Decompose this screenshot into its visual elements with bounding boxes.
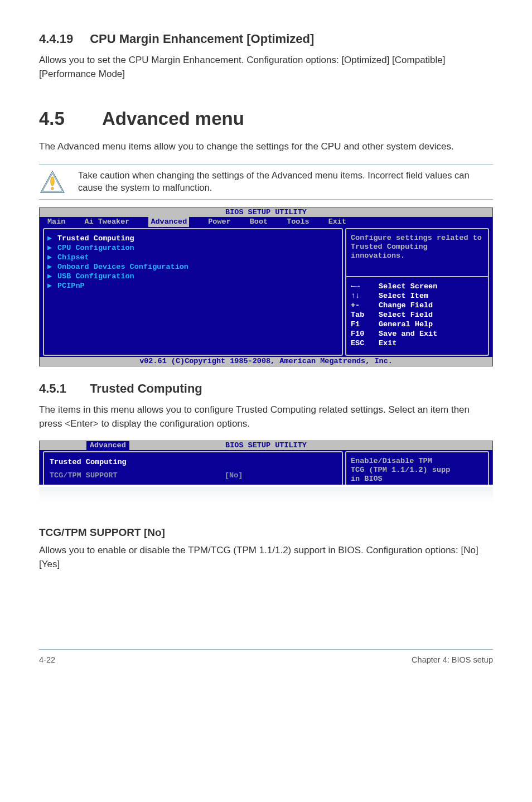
bios-help-line: Enable/Disable TPM: [351, 457, 483, 466]
bios-screenshot-trusted-computing: BIOS SETUP UTILITY Advanced Trusted Comp…: [39, 441, 493, 485]
key-desc: Select Field: [379, 310, 433, 320]
bios-tab: Exit: [328, 217, 346, 227]
bios-tab: Power: [208, 217, 231, 227]
triangle-right-icon: ▶: [47, 234, 57, 243]
bios-menu-item: CPU Configuration: [57, 243, 134, 253]
heading-title: Trusted Computing: [90, 381, 202, 395]
subheading-tcg-tpm: TCG/TPM SUPPORT [No]: [39, 525, 493, 540]
chapter-label: Chapter 4: BIOS setup: [412, 654, 493, 666]
bios-section-header: Trusted Computing: [50, 457, 336, 468]
key: ESC: [351, 339, 379, 348]
key-desc: Select Item: [379, 291, 428, 301]
bios-tab: Main: [47, 217, 65, 227]
caution-icon: [39, 169, 78, 194]
bios-tab-row: Main Ai Tweaker Advanced Power Boot Tool…: [40, 217, 492, 227]
key-desc: Change Field: [379, 301, 433, 310]
bios-title-bar: BIOS SETUP UTILITY Advanced: [40, 441, 492, 450]
key: +-: [351, 301, 379, 310]
key: F10: [351, 329, 379, 339]
triangle-right-icon: ▶: [47, 243, 57, 253]
bios-tab-selected: Advanced: [148, 217, 189, 227]
bios-tab: Ai Tweaker: [84, 217, 129, 227]
bios-tab: Tools: [287, 217, 309, 227]
bios-help-pane: Configure settings related to Trusted Co…: [345, 228, 489, 356]
triangle-right-icon: ▶: [47, 253, 57, 262]
paragraph: The items in this menu allows you to con…: [39, 403, 493, 431]
heading-number: 4.5.1: [39, 380, 86, 398]
heading-4-5-1: 4.5.1 Trusted Computing: [39, 380, 493, 398]
bios-title: BIOS SETUP UTILITY: [40, 208, 492, 217]
key: ↑↓: [351, 291, 379, 301]
bios-content-pane: Trusted Computing TCG/TPM SUPPORT [No]: [43, 451, 343, 485]
bios-copyright: v02.61 (C)Copyright 1985-2008, American …: [40, 357, 492, 366]
bios-menu-item: USB Configuration: [57, 272, 134, 281]
key-desc: General Help: [379, 320, 433, 329]
paragraph: Allows you to set the CPU Margin Enhance…: [39, 54, 493, 81]
triangle-right-icon: ▶: [47, 281, 57, 291]
caution-text: Take caution when changing the settings …: [78, 169, 493, 194]
key-desc: Save and Exit: [379, 329, 437, 339]
heading-number: 4.5: [39, 105, 98, 132]
bios-menu-item: Onboard Devices Configuration: [57, 262, 188, 272]
caution-note: Take caution when changing the settings …: [39, 164, 493, 200]
bios-help-text: Configure settings related to Trusted Co…: [345, 228, 489, 276]
fade-gradient: [39, 487, 493, 506]
heading-title: CPU Margin Enhancement [Optimized]: [90, 32, 314, 46]
paragraph: Allows you to enable or disable the TPM/…: [39, 544, 493, 571]
bios-setting-value: [No]: [225, 470, 336, 481]
bios-help-line: in BIOS: [351, 475, 483, 484]
page-footer: 4-22 Chapter 4: BIOS setup: [39, 649, 493, 666]
triangle-right-icon: ▶: [47, 262, 57, 272]
bios-title: BIOS SETUP UTILITY: [225, 441, 307, 450]
paragraph: The Advanced menu items allow you to cha…: [39, 140, 493, 154]
bios-screenshot-advanced-menu: BIOS SETUP UTILITY Main Ai Tweaker Advan…: [39, 207, 493, 366]
bios-menu-item: Chipset: [57, 253, 89, 262]
svg-point-3: [51, 187, 54, 189]
bios-menu-list: ▶Trusted Computing ▶CPU Configuration ▶C…: [43, 228, 343, 356]
bios-menu-item: PCIPnP: [57, 281, 85, 291]
bios-setting-label: TCG/TPM SUPPORT: [50, 470, 225, 481]
triangle-right-icon: ▶: [47, 272, 57, 281]
bios-key-legend: ←→Select Screen ↑↓Select Item +-Change F…: [345, 276, 489, 356]
heading-4-5: 4.5 Advanced menu: [39, 105, 493, 132]
key: F1: [351, 320, 379, 329]
bios-help-pane: Enable/Disable TPM TCG (TPM 1.1/1.2) sup…: [345, 451, 489, 485]
bios-menu-item: Trusted Computing: [57, 234, 134, 243]
key: Tab: [351, 310, 379, 320]
key: ←→: [351, 282, 379, 291]
svg-point-2: [51, 177, 54, 186]
page-number: 4-22: [39, 654, 55, 666]
bios-tab-selected: Advanced: [86, 441, 129, 450]
bios-help-line: TCG (TPM 1.1/1.2) supp: [351, 466, 483, 475]
heading-number: 4.4.19: [39, 30, 86, 48]
heading-title: Advanced menu: [102, 108, 244, 129]
key-desc: Exit: [379, 339, 396, 348]
key-desc: Select Screen: [379, 282, 437, 291]
bios-tab: Boot: [250, 217, 268, 227]
heading-4-4-19: 4.4.19 CPU Margin Enhancement [Optimized…: [39, 30, 493, 48]
